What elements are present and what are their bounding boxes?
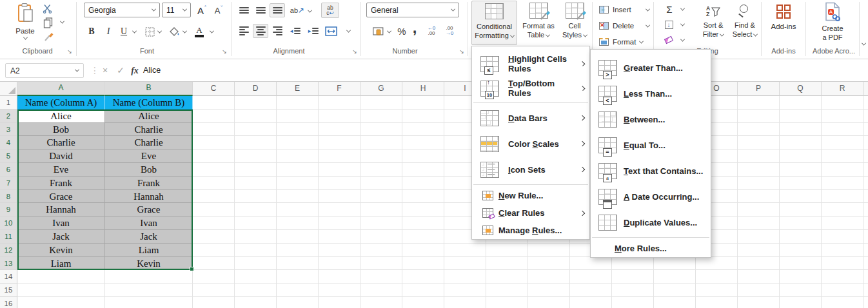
cell-P8[interactable]: [738, 190, 780, 204]
cell-D8[interactable]: [235, 190, 277, 204]
cell-A4[interactable]: Charlie: [17, 136, 105, 149]
row-header-8[interactable]: 8: [0, 190, 17, 204]
cell-H15[interactable]: [402, 284, 444, 297]
submenu-item-equal-to[interactable]: = Equal To...: [591, 132, 711, 158]
cell-P11[interactable]: [738, 230, 780, 244]
row-header-12[interactable]: 12: [0, 244, 17, 257]
cell-G10[interactable]: [360, 217, 402, 230]
cell-E15[interactable]: [277, 284, 319, 297]
cell-P3[interactable]: [738, 123, 780, 137]
row-header-6[interactable]: 6: [0, 163, 17, 177]
font-family-combo[interactable]: Georgia: [84, 3, 160, 17]
cell-C8[interactable]: [193, 190, 235, 204]
cell-G12[interactable]: [360, 244, 402, 257]
cell-Q8[interactable]: [780, 190, 822, 204]
collapse-ribbon-chevron-icon[interactable]: [862, 41, 866, 46]
merge-chevron-icon[interactable]: [346, 28, 351, 33]
submenu-item-between[interactable]: Between...: [591, 106, 711, 132]
cell-I12[interactable]: [444, 244, 486, 257]
cell-R5[interactable]: [822, 149, 863, 163]
cell-F14[interactable]: [319, 270, 360, 284]
cell-R15[interactable]: [822, 284, 863, 297]
align-left-button[interactable]: [236, 24, 252, 38]
menu-item-new-rule[interactable]: New Rule...: [472, 187, 589, 204]
align-right-button[interactable]: [270, 24, 285, 38]
clear-chevron-icon[interactable]: [680, 37, 685, 42]
cell-S14[interactable]: [863, 270, 868, 284]
cell-F6[interactable]: [319, 163, 360, 177]
cell-A8[interactable]: Grace: [17, 190, 105, 204]
paste-button[interactable]: Paste: [10, 3, 40, 40]
cell-F13[interactable]: [319, 257, 360, 271]
cell-A10[interactable]: Ivan: [17, 217, 105, 230]
cell-B3[interactable]: Charlie: [105, 123, 193, 137]
cell-R4[interactable]: [822, 136, 863, 149]
cell-Q15[interactable]: [780, 284, 822, 297]
cell-I15[interactable]: [444, 284, 486, 297]
cell-D11[interactable]: [235, 230, 277, 244]
font-color-button[interactable]: A: [192, 24, 207, 39]
cell-J15[interactable]: [486, 284, 528, 297]
cut-button[interactable]: [40, 2, 54, 15]
cell-S5[interactable]: [863, 149, 868, 163]
cell-G11[interactable]: [360, 230, 402, 244]
cell-F16[interactable]: [319, 297, 360, 308]
cell-A13[interactable]: Liam: [17, 257, 105, 271]
cell-H14[interactable]: [402, 270, 444, 284]
cell-Q1[interactable]: [780, 96, 822, 110]
menu-item-data-bars[interactable]: Data Bars: [472, 105, 589, 131]
cell-F8[interactable]: [319, 190, 360, 204]
column-header-B[interactable]: B: [105, 82, 193, 96]
cell-P7[interactable]: [738, 177, 780, 190]
cell-D2[interactable]: [235, 110, 277, 123]
cell-H12[interactable]: [402, 244, 444, 257]
cell-P16[interactable]: [738, 297, 780, 308]
cell-K13[interactable]: [528, 257, 570, 271]
cell-I16[interactable]: [444, 297, 486, 308]
cell-D13[interactable]: [235, 257, 277, 271]
row-header-13[interactable]: 13: [0, 257, 17, 271]
row-header-16[interactable]: 16: [0, 297, 17, 308]
fill-color-button[interactable]: [167, 24, 181, 39]
cell-H7[interactable]: [402, 177, 444, 190]
menu-item-color-scales[interactable]: Color Scales: [472, 131, 589, 157]
cell-A1[interactable]: Name (Column A): [17, 96, 105, 110]
cell-G15[interactable]: [360, 284, 402, 297]
cell-A11[interactable]: Jack: [17, 230, 105, 244]
cell-M16[interactable]: [612, 297, 654, 308]
submenu-item-a-date-occurring[interactable]: A Date Occurring...: [591, 184, 711, 209]
cell-B1[interactable]: Name (Column B): [105, 96, 193, 110]
cell-B10[interactable]: Ivan: [105, 217, 193, 230]
cell-F12[interactable]: [319, 244, 360, 257]
cell-H3[interactable]: [402, 123, 444, 137]
cell-G2[interactable]: [360, 110, 402, 123]
cell-S13[interactable]: [863, 257, 868, 271]
cell-S16[interactable]: [863, 297, 868, 308]
cell-K15[interactable]: [528, 284, 570, 297]
cell-F2[interactable]: [319, 110, 360, 123]
cell-styles-button[interactable]: Cell Styles: [558, 1, 591, 39]
autosum-chevron-icon[interactable]: [680, 6, 685, 11]
row-header-11[interactable]: 11: [0, 230, 17, 244]
cell-E11[interactable]: [277, 230, 319, 244]
cell-Q13[interactable]: [780, 257, 822, 271]
cell-F7[interactable]: [319, 177, 360, 190]
select-all-corner[interactable]: [0, 82, 17, 96]
cell-P14[interactable]: [738, 270, 780, 284]
cell-Q7[interactable]: [780, 177, 822, 190]
cell-F1[interactable]: [319, 96, 360, 110]
font-color-chevron-icon[interactable]: [210, 29, 214, 34]
cell-P2[interactable]: [738, 110, 780, 123]
addins-button[interactable]: Add-ins: [767, 3, 800, 30]
cell-B6[interactable]: Bob: [105, 163, 193, 177]
cell-Q5[interactable]: [780, 149, 822, 163]
cell-Q12[interactable]: [780, 244, 822, 257]
cell-A15[interactable]: [17, 284, 105, 297]
cell-N15[interactable]: [654, 284, 696, 297]
cell-P4[interactable]: [738, 136, 780, 149]
cell-H1[interactable]: [402, 96, 444, 110]
cell-G3[interactable]: [360, 123, 402, 137]
cell-G9[interactable]: [360, 203, 402, 217]
cell-G14[interactable]: [360, 270, 402, 284]
cell-E2[interactable]: [277, 110, 319, 123]
